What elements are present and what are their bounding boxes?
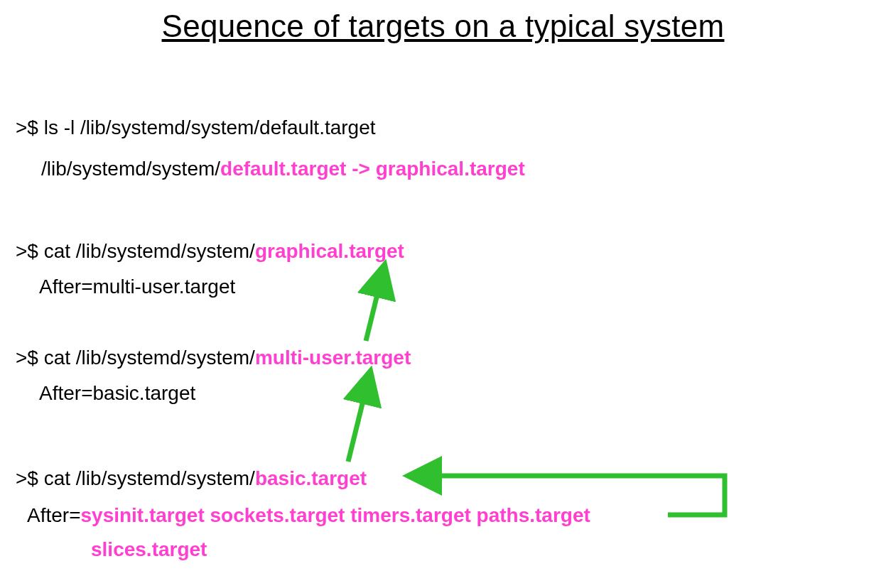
out-ls-default: /lib/systemd/system/default.target -> gr…: [41, 159, 525, 179]
cmd-cat-graphical: >$ cat /lib/systemd/system/graphical.tar…: [16, 241, 404, 261]
cmd-cat-multiuser: >$ cat /lib/systemd/system/multi-user.ta…: [16, 348, 411, 368]
out-prefix: After=: [27, 504, 80, 526]
cmd-plain: cat /lib/systemd/system/: [44, 347, 255, 369]
slide: Sequence of targets on a typical system …: [0, 0, 886, 588]
arrow-basic-to-multiuser-icon: [348, 375, 369, 462]
cmd-hl-graphical: graphical.target: [255, 240, 404, 262]
out-basic-after-line1: After=sysinit.target sockets.target time…: [27, 506, 590, 526]
prompt: >$: [16, 240, 44, 262]
prompt: >$: [16, 347, 44, 369]
out-hl-deps-1: sysinit.target sockets.target timers.tar…: [80, 504, 590, 526]
cmd-text: ls -l /lib/systemd/system/default.target: [44, 116, 376, 138]
prompt: >$: [16, 467, 44, 489]
out-graphical-after: After=multi-user.target: [39, 277, 235, 297]
cmd-hl-basic: basic.target: [255, 467, 367, 489]
out-hl-deps-2: slices.target: [91, 538, 207, 560]
prompt: >$: [16, 116, 44, 138]
out-basic-after-line2: slices.target: [91, 540, 207, 560]
cmd-cat-basic: >$ cat /lib/systemd/system/basic.target: [16, 469, 367, 489]
out-highlight-default-link: default.target -> graphical.target: [220, 158, 525, 180]
slide-title: Sequence of targets on a typical system: [0, 9, 886, 44]
cmd-plain: cat /lib/systemd/system/: [44, 240, 255, 262]
cmd-ls-default: >$ ls -l /lib/systemd/system/default.tar…: [16, 118, 376, 138]
arrow-multiuser-to-graphical-icon: [366, 268, 384, 341]
cmd-hl-multiuser: multi-user.target: [255, 347, 411, 369]
out-plain: /lib/systemd/system/: [41, 158, 220, 180]
out-multiuser-after: After=basic.target: [39, 383, 195, 403]
cmd-plain: cat /lib/systemd/system/: [44, 467, 255, 489]
